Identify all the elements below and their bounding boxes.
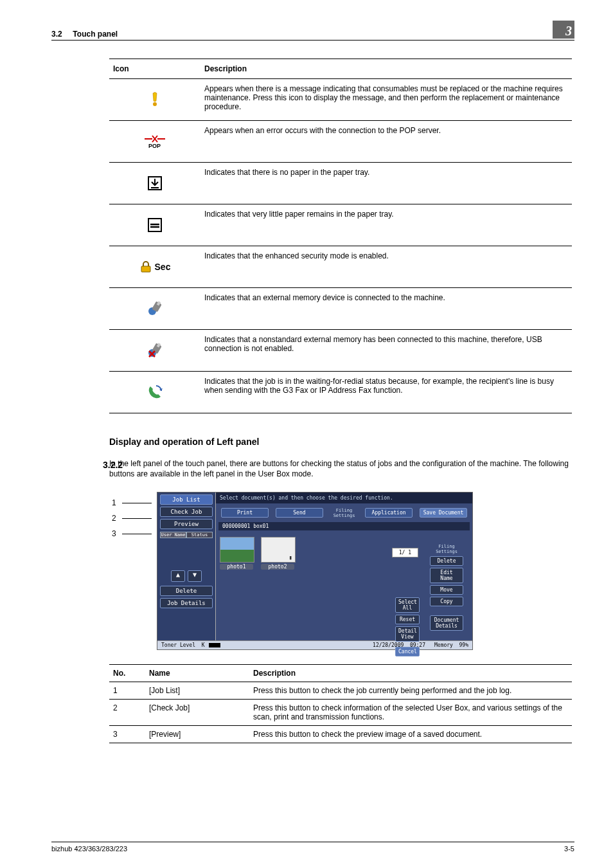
section-number: 3.2.2: [103, 460, 123, 470]
callout-2: 2: [112, 514, 122, 523]
icon-desc: Indicates that very little paper remains…: [200, 204, 572, 246]
footer-page: 3-5: [564, 845, 574, 853]
panel-screenshot: Job List Check Job Preview User Name Sta…: [157, 492, 473, 650]
delete-button[interactable]: Delete: [160, 586, 213, 596]
security-icon: Sec: [139, 260, 171, 273]
footer-mem-label: Memory: [434, 642, 453, 648]
job-details-button[interactable]: Job Details: [160, 598, 213, 608]
thumbnail-1[interactable]: photo1: [220, 537, 253, 570]
low-paper-icon: [148, 218, 162, 232]
icon-desc: Indicates that there is no paper in the …: [200, 163, 572, 204]
cancel-button[interactable]: Cancel: [395, 647, 420, 656]
no-paper-icon: [148, 176, 162, 190]
scroll-down-button[interactable]: ▼: [188, 570, 202, 582]
check-job-button[interactable]: Check Job: [160, 507, 213, 517]
copy-button[interactable]: Copy: [430, 597, 463, 606]
icon-desc: Appears when there is a message indicati…: [200, 79, 572, 121]
external-memory-icon: [147, 301, 163, 316]
chapter-badge: 3: [553, 21, 574, 39]
detail-view-button[interactable]: Detail View: [395, 626, 420, 642]
toner-gauge-icon: [209, 643, 220, 647]
desc-head: Description: [249, 665, 572, 682]
print-tab[interactable]: Print: [221, 508, 269, 518]
table-row: 2 [Check Job] Press this button to check…: [109, 700, 572, 726]
header-title: Touch panel: [73, 30, 118, 39]
icon-desc: Indicates that an external memory device…: [200, 288, 572, 330]
security-label: Sec: [155, 262, 171, 272]
section-body: In the left panel of the touch panel, th…: [109, 458, 572, 479]
scroll-up-button[interactable]: ▲: [171, 570, 185, 582]
edit-name-button[interactable]: Edit Name: [430, 568, 463, 583]
move-button[interactable]: Move: [430, 585, 463, 595]
send-tab[interactable]: Send: [276, 508, 323, 518]
toner-level-label: Toner Level: [161, 642, 195, 648]
footer-mem-pct: 99%: [459, 642, 468, 648]
table-row: 3 [Preview] Press this button to check t…: [109, 726, 572, 743]
select-all-button[interactable]: Select All: [395, 597, 420, 613]
pop-error-icon: POP: [143, 134, 166, 149]
callout-1: 1: [112, 498, 122, 507]
external-memory-warn-icon: [147, 343, 163, 358]
thumbnail-2[interactable]: ▮photo2: [261, 537, 294, 570]
table-row: 1 [Job List] Press this button to check …: [109, 682, 572, 700]
section-title: Display and operation of Left panel: [109, 437, 574, 447]
callout-3: 3: [112, 529, 122, 538]
filing-label: Filing Settings: [328, 508, 360, 518]
instruction-text: Select document(s) and then choose the d…: [216, 493, 472, 503]
save-document-tab[interactable]: Save Document: [420, 508, 467, 518]
left-panel-table: No. Name Description 1 [Job List] Press …: [109, 664, 572, 743]
svg-rect-9: [141, 266, 150, 272]
icon-desc: Appears when an error occurs with the co…: [200, 121, 572, 163]
icon-desc: Indicates that a nonstandard external me…: [200, 330, 572, 372]
application-tab[interactable]: Application: [365, 508, 413, 518]
document-details-button[interactable]: Document Details: [430, 615, 463, 631]
job-list-button[interactable]: Job List: [160, 494, 213, 505]
redial-wait-icon: [147, 384, 163, 401]
page-indicator: 1/ 1: [392, 548, 418, 557]
filing-settings-label: Filing Settings: [427, 544, 466, 554]
icon-desc: Indicates that the job is in the waiting…: [200, 372, 572, 413]
box-info-bar: 000000001 box01: [218, 522, 470, 530]
svg-point-0: [153, 102, 157, 106]
name-head: Name: [145, 665, 249, 682]
header-section: 3.2: [51, 30, 62, 39]
footer-model: bizhub 423/363/283/223: [51, 845, 127, 853]
icon-desc: Indicates that the enhanced security mod…: [200, 246, 572, 288]
reset-button[interactable]: Reset: [395, 615, 420, 624]
username-tab[interactable]: User Name: [160, 532, 186, 538]
attention-icon: [150, 92, 160, 107]
preview-button[interactable]: Preview: [160, 519, 213, 529]
r-delete-button[interactable]: Delete: [430, 556, 463, 566]
toner-k: K: [202, 642, 205, 648]
icon-table: Icon Description Appears when there is a…: [109, 59, 572, 413]
num-head: No.: [109, 665, 145, 682]
desc-col-head: Description: [200, 59, 572, 79]
svg-text:POP: POP: [148, 143, 161, 149]
icon-col-head: Icon: [109, 59, 200, 79]
status-tab[interactable]: Status: [186, 532, 213, 538]
